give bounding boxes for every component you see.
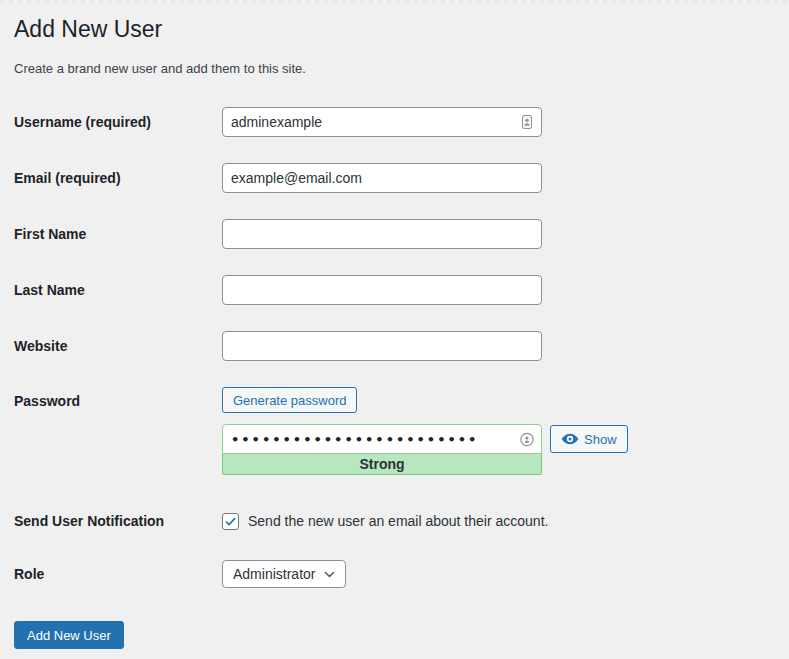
password-label: Password [14,387,222,411]
email-label: Email (required) [14,168,222,188]
submit-row: Add New User [14,621,769,649]
form-row-username: Username (required) [14,107,769,137]
username-label: Username (required) [14,112,222,132]
website-input[interactable] [222,331,542,361]
chevron-down-icon [323,568,336,581]
password-reveal-icon[interactable] [519,431,535,447]
show-button-label: Show [584,432,617,447]
last-name-input-wrap [222,275,542,305]
username-input-wrap [222,107,542,137]
generate-password-button[interactable]: Generate password [222,387,357,413]
send-notification-checkbox-text: Send the new user an email about their a… [248,513,548,529]
website-input-wrap [222,331,542,361]
form-row-role: Role Administrator [14,560,769,588]
check-icon [224,515,237,528]
page-title: Add New User [14,14,769,45]
role-label: Role [14,564,222,584]
send-notification-control: Send the new user an email about their a… [222,513,548,530]
add-new-user-button[interactable]: Add New User [14,621,124,649]
add-new-user-page: Add New User Create a brand new user and… [0,3,789,649]
username-input[interactable] [222,107,542,137]
password-line: Strong Show [222,424,628,475]
form-row-password: Password Generate password [14,387,769,475]
form-row-email: Email (required) [14,163,769,193]
first-name-input[interactable] [222,219,542,249]
first-name-input-wrap [222,219,542,249]
form-row-send-notification: Send User Notification Send the new user… [14,511,769,531]
contact-card-icon[interactable] [519,114,535,130]
first-name-label: First Name [14,224,222,244]
eye-icon [561,432,579,446]
password-strength-meter: Strong [222,453,542,475]
password-field-stack: Strong [222,424,542,475]
password-controls: Generate password Strong [222,387,628,475]
last-name-label: Last Name [14,280,222,300]
form-row-first-name: First Name [14,219,769,249]
send-notification-label: Send User Notification [14,511,222,531]
email-input-wrap [222,163,542,193]
form-row-website: Website [14,331,769,361]
role-selected-value: Administrator [233,566,315,582]
page-subtitle: Create a brand new user and add them to … [14,60,769,78]
send-notification-checkbox[interactable] [222,513,239,530]
email-input[interactable] [222,163,542,193]
show-password-button[interactable]: Show [550,425,628,453]
password-input[interactable] [222,424,542,454]
form-row-last-name: Last Name [14,275,769,305]
website-label: Website [14,336,222,356]
last-name-input[interactable] [222,275,542,305]
role-select[interactable]: Administrator [222,560,346,588]
password-input-wrap [222,424,542,454]
